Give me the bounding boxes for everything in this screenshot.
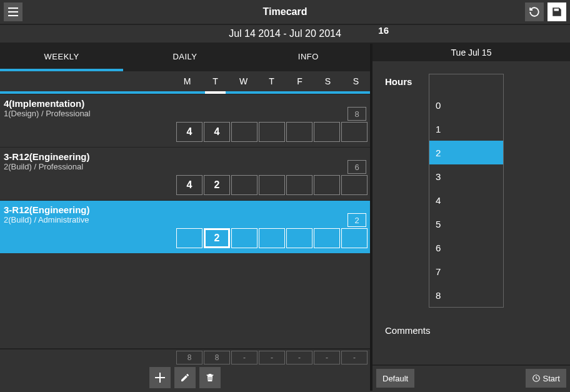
header-actions: [525, 3, 566, 21]
right-panel: Tue Jul 15 Hours 012345678 Comments Defa…: [372, 44, 570, 391]
day-total-cell: -: [259, 351, 285, 364]
hour-option[interactable]: 0: [429, 93, 503, 117]
day-header-cell[interactable]: S: [314, 71, 342, 91]
add-button[interactable]: [149, 367, 171, 388]
task-header: 3-R12(Engineering)2(Build) / Professiona…: [0, 148, 370, 175]
day-header-cell[interactable]: T: [201, 71, 229, 91]
day-header-cell[interactable]: F: [286, 71, 314, 91]
hour-option[interactable]: 6: [429, 236, 503, 259]
svg-point-4: [9, 11, 10, 13]
totals-row: 88-----: [0, 348, 370, 364]
hour-cell[interactable]: [286, 228, 312, 248]
hour-cell[interactable]: [259, 122, 285, 142]
pencil-icon: [180, 373, 190, 383]
right-body: Hours 012345678 Comments: [372, 61, 570, 364]
hours-label: Hours: [385, 74, 429, 308]
task-total: 2: [348, 213, 366, 227]
start-button-label: Start: [543, 374, 560, 383]
hour-cell[interactable]: [314, 228, 340, 248]
hour-cell[interactable]: [259, 175, 285, 195]
task-row[interactable]: 4(Implementation)1(Design) / Professiona…: [0, 94, 370, 147]
day-total-cell: -: [314, 351, 340, 364]
action-bar: [0, 364, 370, 391]
tab-weekly[interactable]: WEEKLY: [0, 44, 123, 71]
svg-rect-6: [209, 377, 209, 380]
hour-cell[interactable]: 2: [204, 228, 230, 248]
task-subtitle: 2(Build) / Administrative: [4, 215, 90, 224]
tab-info[interactable]: INFO: [247, 44, 370, 71]
day-total-cell: -: [286, 351, 312, 364]
save-button[interactable]: [548, 3, 566, 21]
right-footer: Default Start: [372, 364, 570, 391]
svg-rect-7: [211, 377, 211, 380]
trash-icon: [205, 373, 215, 383]
day-total-cell: -: [341, 351, 368, 364]
task-header: 4(Implementation)1(Design) / Professiona…: [0, 94, 370, 122]
hour-cell[interactable]: 4: [176, 122, 202, 142]
day-header-cell[interactable]: M: [173, 71, 201, 91]
hour-cell[interactable]: [231, 175, 258, 195]
hour-option[interactable]: 7: [429, 259, 503, 283]
menu-icon: [8, 8, 18, 16]
page-title: Timecard: [263, 6, 308, 18]
day-header: MTWTFSS: [0, 71, 370, 94]
hour-cell[interactable]: [314, 122, 340, 142]
hour-cell[interactable]: [314, 175, 340, 195]
main: WEEKLYDAILYINFO MTWTFSS 4(Implementation…: [0, 44, 570, 391]
day-header-cell[interactable]: T: [258, 71, 286, 91]
edit-button[interactable]: [174, 367, 196, 388]
hour-cell[interactable]: 2: [204, 175, 230, 195]
hour-option[interactable]: 8: [429, 283, 503, 307]
hour-cell[interactable]: [341, 175, 368, 195]
hour-cell[interactable]: [286, 122, 312, 142]
task-row[interactable]: 3-R12(Engineering)2(Build) / Administrat…: [0, 200, 370, 253]
hour-cell[interactable]: 4: [176, 175, 202, 195]
task-header: 3-R12(Engineering)2(Build) / Administrat…: [0, 201, 370, 228]
hours-list[interactable]: 012345678: [429, 74, 504, 308]
task-rows: 4(Implementation)1(Design) / Professiona…: [0, 94, 370, 348]
day-total-cell: 8: [204, 351, 230, 364]
task-total: 8: [348, 107, 366, 121]
menu-button[interactable]: [4, 3, 22, 21]
tab-daily[interactable]: DAILY: [123, 44, 246, 71]
refresh-button[interactable]: [525, 3, 544, 21]
task-subtitle: 2(Build) / Professional: [4, 162, 90, 171]
hour-cell[interactable]: [176, 228, 202, 248]
start-button[interactable]: Start: [526, 369, 566, 388]
day-total-cell: 8: [176, 351, 202, 364]
hour-cell[interactable]: [259, 228, 285, 248]
hour-option[interactable]: 2: [429, 141, 503, 164]
hour-option[interactable]: 4: [429, 188, 503, 212]
refresh-icon: [529, 6, 540, 18]
comments-label: Comments: [385, 325, 564, 336]
hour-cell[interactable]: [341, 228, 368, 248]
hour-cell[interactable]: [231, 228, 258, 248]
task-total: 6: [348, 160, 366, 174]
hour-option[interactable]: 5: [429, 212, 503, 236]
hour-cell[interactable]: 4: [204, 122, 230, 142]
hour-cell[interactable]: [286, 175, 312, 195]
hours-section: Hours 012345678: [385, 74, 564, 308]
selected-day-label: Tue Jul 15: [372, 44, 570, 61]
hour-cell[interactable]: [231, 122, 258, 142]
date-row: Jul 14 2014 - Jul 20 2014 16: [0, 25, 570, 44]
task-title: 3-R12(Engineering): [4, 204, 90, 215]
day-header-cell[interactable]: W: [229, 71, 258, 91]
hour-cell[interactable]: [341, 122, 368, 142]
task-title: 4(Implementation): [4, 98, 91, 109]
day-header-cell[interactable]: S: [342, 71, 370, 91]
task-row[interactable]: 3-R12(Engineering)2(Build) / Professiona…: [0, 147, 370, 200]
tabs: WEEKLYDAILYINFO: [0, 44, 370, 71]
header: Timecard: [0, 0, 570, 25]
total-hours: 16: [378, 25, 389, 36]
left-panel: WEEKLYDAILYINFO MTWTFSS 4(Implementation…: [0, 44, 372, 391]
task-subtitle: 1(Design) / Professional: [4, 109, 91, 118]
default-button[interactable]: Default: [376, 369, 414, 388]
save-icon: [551, 6, 562, 18]
hour-option[interactable]: 1: [429, 117, 503, 141]
clock-icon: [532, 374, 541, 383]
hour-option[interactable]: 3: [429, 164, 503, 188]
date-range: Jul 14 2014 - Jul 20 2014: [229, 28, 341, 39]
delete-button[interactable]: [199, 367, 221, 388]
day-total-cell: -: [231, 351, 258, 364]
